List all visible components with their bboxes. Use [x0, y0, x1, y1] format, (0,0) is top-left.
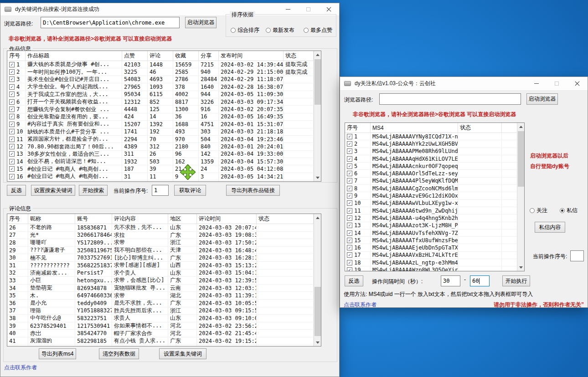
- row-checkbox[interactable]: ✓: [347, 238, 352, 243]
- table-row[interactable]: ✓9MS4wLjABAAAAzvE9Gc12diKOOx...: [345, 192, 517, 199]
- row-checkbox[interactable]: ✓: [347, 223, 352, 228]
- table-row[interactable]: 36是小允teddy0409是先不求胜，先...广东2024-03-03 10:…: [7, 300, 314, 307]
- scroll-up-icon[interactable]: [314, 214, 321, 221]
- column-header[interactable]: 发布时间: [219, 51, 284, 61]
- works-scrollbar[interactable]: [314, 51, 321, 181]
- column-header[interactable]: 状态: [257, 214, 314, 224]
- right-titlebar[interactable]: dy关注私信v1.03-公众号：云创社: [340, 77, 588, 91]
- scroll-down-icon[interactable]: [517, 264, 525, 271]
- comments-scroll-thumb[interactable]: [315, 287, 321, 336]
- column-header[interactable]: 评论: [148, 51, 173, 61]
- row-checkbox[interactable]: ✓: [9, 159, 15, 164]
- table-row[interactable]: [7, 345, 314, 347]
- table-row[interactable]: ✓16#创业日记 #电商人 #电商创...3111932024-03-05 14…: [7, 173, 314, 180]
- table-row[interactable]: 30楠不见70337527691[比心]帮博主纠...广东2024-03-03 …: [7, 254, 314, 262]
- column-header[interactable]: 昵称: [28, 214, 75, 224]
- row-checkbox[interactable]: ✓: [347, 267, 352, 271]
- row-checkbox[interactable]: ✓: [9, 151, 15, 157]
- row-checkbox[interactable]: ✓: [347, 215, 352, 221]
- column-header[interactable]: 作品标题: [26, 51, 122, 61]
- table-row[interactable]: 31????????????35682251837求带[感谢][感谢]山西202…: [7, 262, 314, 270]
- row-checkbox[interactable]: ✓: [347, 163, 352, 169]
- row-checkbox[interactable]: ✓: [347, 134, 352, 139]
- table-row[interactable]: ✓10MS4wLjABAAAAwVLbuLXEyg1w-x...: [345, 200, 517, 207]
- table-row[interactable]: ✓4MS4wLjABAAAAqHdX61KiLOV7LE...: [345, 155, 517, 163]
- table-row[interactable]: 28珊珊吖YS172809...求带浙江2024-03-03 17:50:20: [7, 239, 314, 247]
- row-checkbox[interactable]: ✓: [9, 114, 15, 119]
- launch-browser-button[interactable]: 启动浏览器: [526, 93, 558, 105]
- table-row[interactable]: ✓18MS4wLjABAAAAzL_ngtp-e3hMm4...: [345, 259, 517, 266]
- table-row[interactable]: ✓3美术生创业#创业日记#开店日...540834693278628484202…: [7, 76, 314, 83]
- table-row[interactable]: ✓1330多岁女性创业，最适合的三...31126961422024-03-04…: [7, 151, 314, 158]
- scroll-down-icon[interactable]: [314, 174, 321, 181]
- table-row[interactable]: ✓15MS4wLjABAAAATfxU8ufWnzsFbe...: [345, 237, 517, 244]
- interval-min-input[interactable]: 30: [441, 275, 460, 286]
- table-row[interactable]: 32济南减龄发...Persist7求个贵人山东2024-03-03 15:04…: [7, 270, 314, 277]
- maximize-button[interactable]: [298, 3, 319, 15]
- row-checkbox[interactable]: ✓: [347, 230, 352, 236]
- row-checkbox[interactable]: ✓: [347, 245, 352, 250]
- table-row[interactable]: ✓6打开一个开关视频就会有收益...12312852881732262024-0…: [7, 98, 314, 106]
- row-checkbox[interactable]: ✓: [9, 137, 15, 142]
- row-checkbox[interactable]: ✓: [347, 171, 352, 176]
- row-checkbox[interactable]: ✓: [347, 148, 352, 154]
- scroll-down-icon[interactable]: [314, 339, 321, 346]
- ms4-scrollbar[interactable]: [517, 123, 524, 271]
- radio-dm[interactable]: 私信: [560, 207, 578, 214]
- column-header[interactable]: MS4: [371, 123, 458, 132]
- table-row[interactable]: ✓15#创业日记 #电商人 #电商创...1873921242024-03-05…: [7, 165, 314, 173]
- row-checkbox[interactable]: ✓: [9, 144, 15, 149]
- radio-sort-most-liked[interactable]: 最多点赞: [304, 26, 332, 34]
- table-row[interactable]: ✓4大学生创业。每个人的起跑线...27965109337816402024-0…: [7, 83, 314, 91]
- table-row[interactable]: ✓12MS4wLjABAAAA-u4q4hng5Knb2h...: [345, 214, 517, 222]
- table-row[interactable]: ✓1270.80.90都套路出局了！00后...4389312218084020…: [7, 143, 314, 150]
- row-checkbox[interactable]: ✓: [9, 122, 15, 127]
- row-checkbox[interactable]: ✓: [347, 193, 352, 199]
- invert-selection-button[interactable]: 反选: [7, 185, 26, 196]
- table-row[interactable]: ✓10缺钱的本质是什么#干货分享 ...17411924933032024-03…: [7, 128, 314, 136]
- table-row[interactable]: ✓14MS4wLjABAAAAUvTsfehXNVg-7Z...: [345, 229, 517, 237]
- column-header[interactable]: 评论时间: [197, 214, 257, 224]
- row-checkbox[interactable]: ✓: [9, 107, 15, 112]
- table-row[interactable]: ✓16MS4wLjABAAAAEjeUbDn5pGTaTX...: [345, 244, 517, 251]
- table-row[interactable]: ✓7MS4wLjABAAAA4Pl5eyWqKlfDQM...: [345, 178, 517, 185]
- comments-scrollbar[interactable]: [314, 214, 321, 346]
- column-header[interactable]: 分享: [199, 51, 219, 61]
- left-contact-author-link[interactable]: 点击联系作者: [4, 364, 37, 372]
- clear-list-button[interactable]: 清空列表数据: [99, 348, 139, 359]
- scroll-up-icon[interactable]: [314, 51, 321, 58]
- radio-sort-composite[interactable]: 综合排序: [231, 26, 259, 34]
- maximize-button[interactable]: [547, 77, 567, 90]
- table-row[interactable]: ✓2一年时间如何挣100万。一年...32254625859402024-02-…: [7, 68, 314, 76]
- table-row[interactable]: 40赤岀385424770帽子厂家求合作河北2024-03-02 21:45:4…: [7, 330, 314, 337]
- table-row[interactable]: ✓13MS4wLjABAAAAzot3K-LjzM8H_P...: [345, 222, 517, 229]
- table-row[interactable]: 41灰溜溜的582298185有点小钱 贵人求...广东2024-03-02 1…: [7, 337, 314, 345]
- row-checkbox[interactable]: ✓: [9, 99, 15, 105]
- invert-selection-button[interactable]: 反选: [345, 275, 363, 286]
- column-header[interactable]: 序号: [345, 123, 371, 132]
- row-checkbox[interactable]: ✓: [347, 208, 352, 214]
- row-checkbox[interactable]: ✓: [347, 178, 352, 183]
- row-checkbox[interactable]: ✓: [9, 84, 15, 90]
- table-row[interactable]: ✓5MS4wLjABAAAAcnkur0OF7qopeq...: [345, 163, 517, 170]
- table-row[interactable]: 35木.64974660336求带湖北2024-03-03 11:39:17: [7, 292, 314, 300]
- row-checkbox[interactable]: ✓: [9, 92, 15, 97]
- table-row[interactable]: ✓7想赚钱先学会复制#餐饮创业 ...444812513009162024-03…: [7, 106, 314, 113]
- column-header[interactable]: 评论内容: [112, 214, 168, 224]
- table-row[interactable]: ✓14创业不易，创前请深思！#知...193250316213592024-03…: [7, 158, 314, 165]
- table-row[interactable]: ✓19MS4wLjABAAAAWzp8WL3O5OeYir...: [345, 266, 517, 271]
- row-checkbox[interactable]: ✓: [347, 156, 352, 162]
- row-checkbox[interactable]: ✓: [347, 200, 352, 206]
- column-header[interactable]: 序号: [7, 51, 26, 61]
- row-checkbox[interactable]: ✓: [9, 76, 15, 82]
- column-header[interactable]: 状态: [458, 123, 502, 132]
- table-row[interactable]: ✓9#内容过于真实 所有要创业和...152071392168847512024…: [7, 121, 314, 128]
- radio-sort-newest[interactable]: 最新发布: [266, 26, 294, 34]
- table-row[interactable]: ✓1赚大钱的本质就是少做事 #创...421031448156597215202…: [7, 61, 314, 68]
- table-row[interactable]: 37理筛Y1051888327胜兵先胜而后求...浙江2024-03-03 09…: [7, 307, 314, 315]
- get-comments-button[interactable]: 获取评论: [174, 185, 206, 196]
- column-header[interactable]: 收藏: [173, 51, 199, 61]
- column-header[interactable]: 序号: [7, 214, 28, 224]
- set-collect-keywords-button[interactable]: 设置采集关键词: [159, 348, 206, 359]
- start-search-button[interactable]: 开始搜索: [79, 185, 108, 196]
